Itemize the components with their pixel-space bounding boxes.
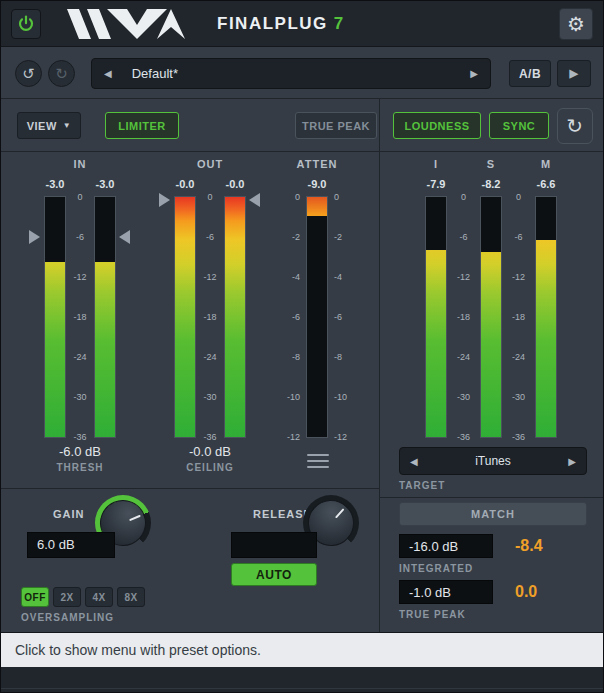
scale-tick-label: -6 bbox=[273, 312, 300, 352]
target-selector[interactable]: ◀ iTunes ▶ bbox=[399, 447, 587, 475]
preset-name: Default* bbox=[132, 66, 178, 81]
loudness-i-label: I bbox=[411, 158, 461, 170]
refresh-icon: ↻ bbox=[566, 114, 583, 138]
target-value: iTunes bbox=[418, 454, 569, 468]
scale-tick-label: -12 bbox=[503, 272, 534, 312]
scale-tick-label: -8 bbox=[334, 352, 361, 392]
oversampling-off-button[interactable]: OFF bbox=[21, 587, 49, 607]
preset-advance-button[interactable]: ▶ bbox=[557, 60, 591, 87]
power-button[interactable] bbox=[11, 9, 41, 39]
ceiling-arrow-right-icon[interactable] bbox=[249, 193, 260, 207]
meter-fill bbox=[45, 262, 65, 437]
threshold-arrow-right-icon[interactable] bbox=[119, 230, 130, 244]
scale-tick-label: -12 bbox=[334, 432, 361, 472]
oversampling-8x-label: 8X bbox=[124, 592, 137, 603]
target-next-icon[interactable]: ▶ bbox=[568, 456, 576, 467]
oversampling-4x-label: 4X bbox=[92, 592, 105, 603]
threshold-arrow-left-icon[interactable] bbox=[29, 230, 40, 244]
divider bbox=[1, 688, 604, 689]
scale-tick-label: -30 bbox=[503, 392, 534, 432]
scale-tick-label: -4 bbox=[334, 272, 361, 312]
oversampling-8x-button[interactable]: 8X bbox=[117, 587, 145, 607]
meter-fill bbox=[175, 197, 195, 437]
sync-toggle[interactable]: SYNC bbox=[489, 112, 549, 139]
app-title: FINALPLUG7 bbox=[217, 14, 345, 34]
chevron-down-icon: ▼ bbox=[63, 121, 71, 130]
gain-value-field[interactable]: 6.0 dB bbox=[27, 532, 115, 558]
preset-next-icon[interactable]: ▶ bbox=[470, 68, 478, 79]
scale-tick-label: -8 bbox=[273, 352, 300, 392]
scale-tick-label: -6 bbox=[65, 232, 95, 272]
loudness-toggle[interactable]: LOUDNESS bbox=[393, 112, 481, 139]
true-peak-target-field[interactable]: -1.0 dB bbox=[399, 580, 493, 604]
match-label: MATCH bbox=[471, 508, 515, 520]
scale-tick-label: -30 bbox=[448, 392, 479, 432]
undo-button[interactable]: ↺ bbox=[15, 60, 42, 87]
scale-tick-label: -24 bbox=[65, 352, 95, 392]
gear-icon: ⚙ bbox=[567, 12, 585, 36]
scale-tick-label: -2 bbox=[334, 232, 361, 272]
app-version: 7 bbox=[334, 14, 345, 33]
ceiling-readout[interactable]: -0.0 dB bbox=[155, 444, 265, 459]
scale-tick-label: -18 bbox=[448, 312, 479, 352]
view-label: VIEW bbox=[27, 120, 57, 132]
scale-tick-label: -24 bbox=[503, 352, 534, 392]
in-peak-right: -3.0 bbox=[85, 178, 125, 190]
loudness-m-peak: -6.6 bbox=[526, 178, 566, 190]
ceiling-arrow-left-icon[interactable] bbox=[159, 193, 170, 207]
meter-gradient bbox=[45, 262, 65, 437]
scale-tick-label: -12 bbox=[195, 272, 225, 312]
gain-knob-pointer-icon bbox=[129, 515, 141, 522]
loudness-s-meter-bar bbox=[481, 197, 501, 437]
reset-meters-button[interactable]: ↻ bbox=[557, 108, 593, 144]
scale-tick-label: -10 bbox=[334, 392, 361, 432]
scale-tick-label: -18 bbox=[65, 312, 95, 352]
oversampling-4x-button[interactable]: 4X bbox=[85, 587, 113, 607]
loudness-s-peak: -8.2 bbox=[471, 178, 511, 190]
scale-tick-label: -30 bbox=[195, 392, 225, 432]
auto-release-button[interactable]: AUTO bbox=[231, 563, 317, 586]
meter-fill bbox=[95, 262, 115, 437]
meter-gradient bbox=[95, 262, 115, 437]
meter-gradient bbox=[426, 250, 446, 437]
ab-label: A/B bbox=[519, 67, 541, 81]
in-peak-left: -3.0 bbox=[35, 178, 75, 190]
meter-gradient bbox=[481, 252, 501, 437]
out-peak-left: -0.0 bbox=[165, 178, 205, 190]
integrated-target-field[interactable]: -16.0 dB bbox=[399, 534, 493, 558]
view-dropdown[interactable]: VIEW ▼ bbox=[17, 112, 81, 139]
match-button[interactable]: MATCH bbox=[399, 502, 587, 526]
divider bbox=[1, 488, 379, 489]
threshold-readout[interactable]: -6.0 dB bbox=[25, 444, 135, 459]
scale-tick-label: -12 bbox=[65, 272, 95, 312]
atten-menu-button[interactable] bbox=[301, 448, 334, 474]
loudness-s-label: S bbox=[466, 158, 516, 170]
target-prev-icon[interactable]: ◀ bbox=[410, 456, 418, 467]
ab-compare-button[interactable]: A/B bbox=[509, 60, 551, 87]
title-bar: FINALPLUG7 ⚙ bbox=[1, 1, 604, 47]
scale-tick-label: -24 bbox=[448, 352, 479, 392]
meter-gradient bbox=[536, 240, 556, 437]
in-meter-bar-right bbox=[95, 197, 115, 437]
meter-gradient bbox=[225, 197, 245, 437]
scale-tick-label: -6 bbox=[448, 232, 479, 272]
true-peak-toggle[interactable]: TRUE PEAK bbox=[295, 112, 377, 139]
oversampling-2x-button[interactable]: 2X bbox=[53, 587, 81, 607]
undo-icon: ↺ bbox=[22, 65, 35, 83]
status-message: Click to show menu with preset options. bbox=[15, 642, 261, 658]
meter-gradient bbox=[175, 197, 195, 437]
limiter-toggle[interactable]: LIMITER bbox=[105, 112, 179, 139]
true-peak-label: TRUE PEAK bbox=[302, 120, 370, 132]
preset-selector[interactable]: ◀ Default* ▶ bbox=[91, 58, 491, 89]
status-bar[interactable]: Click to show menu with preset options. bbox=[1, 632, 604, 667]
settings-button[interactable]: ⚙ bbox=[559, 8, 593, 40]
redo-button[interactable]: ↻ bbox=[48, 60, 75, 87]
preset-prev-icon[interactable]: ◀ bbox=[104, 68, 112, 79]
divider bbox=[1, 151, 604, 152]
in-scale: 0-6-12-18-24-30-36 bbox=[65, 192, 95, 472]
auto-label: AUTO bbox=[256, 568, 292, 582]
hamburger-line bbox=[307, 454, 329, 456]
integrated-label: INTEGRATED bbox=[399, 563, 539, 574]
bottom-strip bbox=[1, 667, 604, 693]
release-value-field[interactable] bbox=[231, 532, 317, 558]
